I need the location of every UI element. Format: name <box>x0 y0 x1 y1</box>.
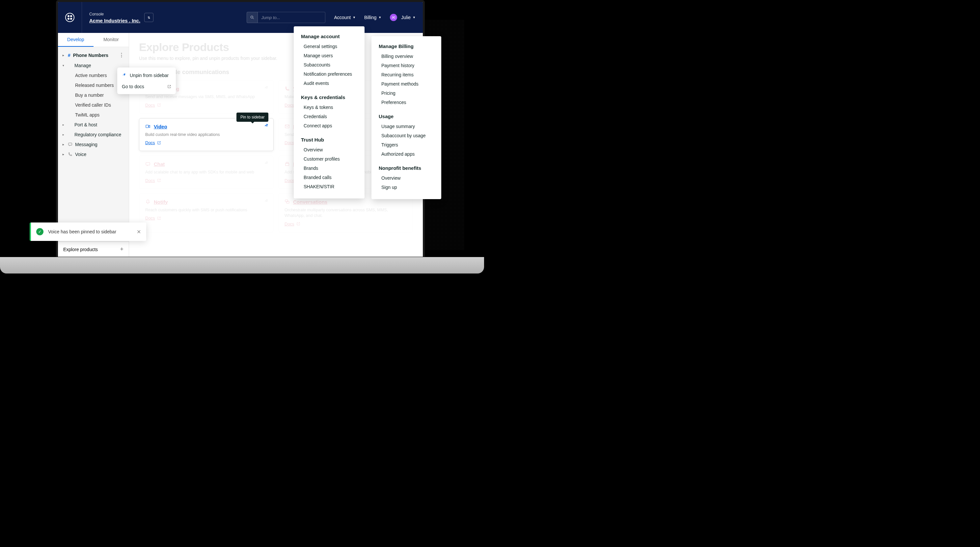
dropdown-item[interactable]: Audit events <box>301 79 357 88</box>
dropdown-item[interactable]: Authorized apps <box>379 149 434 159</box>
pin-tooltip: Pin to sidebar <box>236 113 268 122</box>
explore-products-button[interactable]: Explore products + <box>58 242 129 257</box>
sidebar-item-port-host[interactable]: ▸Port & host <box>58 120 129 130</box>
plus-icon: + <box>120 246 124 253</box>
docs-link[interactable]: Docs <box>285 222 300 227</box>
dropdown-item[interactable]: Sign up <box>379 183 434 192</box>
caret-icon: ▸ <box>62 133 65 136</box>
dropdown-section-heading: Trust Hub <box>301 137 357 143</box>
phone-icon <box>68 152 72 157</box>
dropdown-item[interactable]: Subaccounts <box>301 60 357 70</box>
dropdown-item[interactable]: Keys & tokens <box>301 103 357 112</box>
divider <box>82 2 82 33</box>
dropdown-item[interactable]: Usage summary <box>379 122 434 131</box>
chevron-down-icon: ▼ <box>413 16 415 19</box>
dropdown-item[interactable]: Billing overview <box>379 52 434 61</box>
dropdown-section-heading: Manage account <box>301 33 357 39</box>
external-link-icon <box>296 222 300 226</box>
tab-develop[interactable]: Develop <box>58 33 94 47</box>
svg-rect-6 <box>146 162 150 165</box>
dropdown-section-heading: Nonprofit benefits <box>379 165 434 171</box>
context-menu-docs[interactable]: Go to docs <box>117 81 176 92</box>
svg-rect-7 <box>285 163 289 166</box>
nav-account[interactable]: Account▼ <box>334 15 356 20</box>
phone-icon <box>285 86 290 92</box>
svg-line-1 <box>253 18 254 19</box>
check-icon: ✓ <box>36 228 43 235</box>
hash-icon: # <box>68 53 70 58</box>
dropdown-item[interactable]: Triggers <box>379 140 434 149</box>
bell-icon <box>145 199 151 205</box>
dropdown-item[interactable]: Credentials <box>301 112 357 121</box>
external-link-icon <box>167 85 171 89</box>
conversations-icon <box>285 199 290 205</box>
nav-billing[interactable]: Billing▼ <box>364 15 381 20</box>
dropdown-item[interactable]: Payment history <box>379 61 434 70</box>
account-name[interactable]: Acme Industries , Inc. <box>89 18 140 23</box>
dropdown-item[interactable]: Notification preferences <box>301 70 357 79</box>
caret-icon: ▸ <box>62 54 65 57</box>
dropdown-item[interactable]: Subaccount by usage <box>379 131 434 140</box>
dropdown-item[interactable]: Customer profiles <box>301 154 357 163</box>
dropdown-item[interactable]: SHAKEN/STIR <box>301 182 357 191</box>
sidebar-item-voice[interactable]: ▸ Voice <box>58 149 129 159</box>
app-window: Console Acme Industries , Inc. ⇅ Account… <box>56 0 425 257</box>
account-block: Console Acme Industries , Inc. <box>89 12 140 23</box>
dropdown-item[interactable]: Preferences <box>379 98 434 107</box>
fax-icon <box>285 162 290 167</box>
sidebar-item-phone-numbers[interactable]: ▸ # Phone Numbers ⋮ <box>58 50 129 60</box>
sidebar-item-verified-caller[interactable]: Verified caller IDs <box>58 100 129 110</box>
svg-point-0 <box>251 16 253 18</box>
sidebar-item-messaging[interactable]: ▸ Messaging <box>58 140 129 149</box>
chat-icon <box>68 142 72 147</box>
caret-icon: ▸ <box>62 123 65 126</box>
svg-rect-2 <box>68 143 72 145</box>
pin-button[interactable] <box>264 198 269 205</box>
dropdown-item[interactable]: Overview <box>301 145 357 154</box>
sidebar-item-regulatory[interactable]: ▸Regulatory compliance <box>58 130 129 140</box>
context-menu-unpin[interactable]: Unpin from sidebar <box>117 70 176 81</box>
external-link-icon <box>157 216 161 220</box>
email-icon <box>285 124 290 129</box>
dropdown-item[interactable]: Payment methods <box>379 79 434 89</box>
external-link-icon <box>157 178 161 182</box>
chevron-down-icon: ▼ <box>379 16 381 19</box>
product-card-notify[interactable]: Notify Reach customers quickly with SMS … <box>139 193 274 232</box>
sidebar-tabs: Develop Monitor <box>58 33 129 47</box>
svg-rect-8 <box>286 162 288 163</box>
dropdown-item[interactable]: Overview <box>379 173 434 183</box>
product-card-conversations[interactable]: Conversations Orchestrate multiparty con… <box>278 193 413 232</box>
dropdown-section-heading: Keys & credentials <box>301 94 357 100</box>
account-switcher-button[interactable]: ⇅ <box>144 13 153 22</box>
pin-button[interactable] <box>264 123 269 129</box>
toast-message: Voice has been pinned to sidebar <box>48 229 132 234</box>
docs-link[interactable]: Docs <box>145 178 161 183</box>
dropdown-item[interactable]: Connect apps <box>301 121 357 130</box>
product-card-chat[interactable]: Chat Add scalable chat to any app with S… <box>139 156 274 189</box>
docs-link[interactable]: Docs <box>145 103 161 108</box>
nav-user[interactable]: JC Julie▼ <box>390 14 415 21</box>
more-menu-button[interactable]: ⋮ <box>119 52 124 58</box>
tab-monitor[interactable]: Monitor <box>94 33 129 47</box>
dropdown-item[interactable]: Branded calls <box>301 173 357 182</box>
dropdown-item[interactable]: General settings <box>301 42 357 51</box>
pin-button[interactable] <box>264 161 269 166</box>
search-input[interactable] <box>258 12 325 23</box>
caret-icon: ▾ <box>62 64 65 67</box>
svg-rect-5 <box>285 125 289 128</box>
dropdown-item[interactable]: Brands <box>301 163 357 173</box>
search-icon[interactable] <box>247 12 258 23</box>
dropdown-item[interactable]: Pricing <box>379 89 434 98</box>
external-link-icon <box>157 103 161 107</box>
dropdown-item[interactable]: Manage users <box>301 51 357 60</box>
header-bar: Console Acme Industries , Inc. ⇅ Account… <box>58 2 423 33</box>
dropdown-item[interactable]: Recurring items <box>379 70 434 79</box>
sidebar-item-twiml-apps[interactable]: TwiML apps <box>58 110 129 120</box>
chevron-down-icon: ▼ <box>353 16 356 19</box>
docs-link[interactable]: Docs <box>145 140 161 145</box>
brand-logo-icon <box>65 13 75 22</box>
pin-button[interactable] <box>264 85 269 91</box>
docs-link[interactable]: Docs <box>145 216 161 220</box>
toast-close-button[interactable]: ✕ <box>137 229 141 235</box>
toast-notification: ✓ Voice has been pinned to sidebar ✕ <box>30 222 146 241</box>
